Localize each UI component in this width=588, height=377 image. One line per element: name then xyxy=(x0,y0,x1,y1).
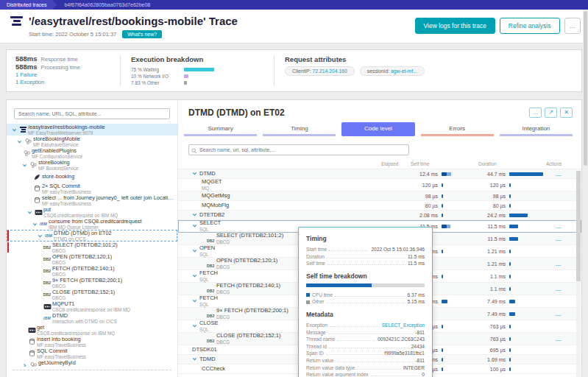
chevron-down-icon[interactable] xyxy=(11,127,18,133)
tree-item--easytravel-rest-bookings-mobi[interactable]: /easytravel/rest/bookings-mobileMF EasyT… xyxy=(7,124,177,135)
tree-item-store-booking[interactable]: store-booking xyxy=(7,171,177,183)
tree-item-dtmd[interactable]: IBMDTMDInteraction with DTMD on CICS xyxy=(7,312,177,324)
tree-item-title: getEnabledPlugins xyxy=(32,148,82,154)
tree-item-storebookingmobile[interactable]: storeBookingMobileMF EasytravelService xyxy=(7,135,177,147)
exception-link[interactable]: SELECT_Exception xyxy=(382,322,425,329)
span-row-mqget[interactable]: MQGETMQ120 µs120 µs xyxy=(178,179,581,191)
db2-icon: DB2 xyxy=(207,332,216,345)
tree-item-fetch-dtetdb2-140-1-[interactable]: DB2FETCH (DTETDB2;140;1)DBCG xyxy=(7,265,177,277)
execution-breakdown-row: 7.83 % Other xyxy=(131,80,263,86)
chevron-down-icon[interactable] xyxy=(32,222,38,227)
tree-item-select-from-journey-journey0-l[interactable]: select ... from Journey journey0_ left o… xyxy=(7,194,177,206)
chevron-down-icon[interactable] xyxy=(192,212,199,218)
self-time-bar xyxy=(442,325,478,328)
span-row-dtmd[interactable]: DTMD12.4 ms44.7 ms… xyxy=(178,169,581,179)
panel-scrollbar[interactable] xyxy=(576,171,581,377)
row-name-text: CCCheck xyxy=(202,366,225,373)
tree-item-getjourneybyid[interactable]: getJourneyByIdMF JourneyService xyxy=(7,359,177,367)
tab-errors[interactable]: Errors xyxy=(421,122,494,136)
popover-row: Return value-811 xyxy=(306,357,425,364)
window-scrollbar[interactable] xyxy=(583,10,588,377)
tree-item-put[interactable]: putCSQ8.creditcardrequest on IBM MQ xyxy=(7,206,177,218)
db-icon xyxy=(26,338,37,345)
tree-search-input[interactable] xyxy=(14,108,170,119)
tree-item-open-dtetdb2-120-1-[interactable]: DB2OPEN (DTETDB2;120;1)DBCG xyxy=(7,253,177,265)
chevron-down-icon[interactable] xyxy=(21,163,28,168)
tab-code-level[interactable]: Code level xyxy=(341,122,414,136)
tree-item-consume-from-csq8-creditcardre[interactable]: IBMconsume from CSQ8.creditcardrequestIB… xyxy=(7,218,177,230)
chevron-right-icon[interactable] xyxy=(21,363,28,367)
bar-dark xyxy=(442,225,447,228)
tree-item-dtmd-dtmd-on-et02[interactable]: IBMDTMD (DTMD) on ET02DTMD on CICS xyxy=(7,230,177,242)
row-name: OPEN (DTETDB2;120;1) xyxy=(216,258,277,264)
popover-label: Return value xyxy=(306,357,333,364)
view-logs-button[interactable]: View logs for this trace xyxy=(415,18,495,34)
bar xyxy=(509,348,511,352)
bar-light xyxy=(447,172,451,176)
chevron-down-icon[interactable] xyxy=(16,139,23,144)
chevron-down-icon[interactable] xyxy=(192,298,199,304)
chevron-down-icon[interactable] xyxy=(26,210,33,215)
whats-new-button[interactable]: What's new? xyxy=(122,30,162,38)
duration-value: 695 µs xyxy=(478,348,509,353)
row-actions-button[interactable]: … xyxy=(546,336,571,342)
chevron-down-icon[interactable] xyxy=(192,323,199,329)
close-icon[interactable]: ✕ xyxy=(560,108,573,118)
mq-icon xyxy=(42,303,52,310)
popover-row: ExceptionSELECT_Exception xyxy=(306,322,425,329)
duration-value: 80 µs xyxy=(478,203,509,208)
row-name-text: SELECT (DTETDB2;101;2)DBCG xyxy=(216,233,283,244)
request-attribute-pill[interactable]: sessionid: agw-et-mf... xyxy=(360,66,425,76)
chevron-down-icon[interactable] xyxy=(37,233,43,239)
header-more-button[interactable]: … xyxy=(564,18,581,34)
chevron-down-icon[interactable] xyxy=(192,223,199,229)
row-actions-button[interactable]: … xyxy=(546,236,571,242)
chevron-down-icon[interactable] xyxy=(192,273,199,279)
popover-value: 0 xyxy=(422,371,425,377)
span-row-mqmobflg[interactable]: MQMobFlg80 µs80 µs xyxy=(178,201,581,211)
row-actions-button[interactable]: … xyxy=(546,171,571,177)
tree-item-title: CLOSE (DTETDB2;152;1) xyxy=(52,289,115,295)
more-icon[interactable]: … xyxy=(529,108,542,118)
db-icon xyxy=(26,350,37,357)
row-actions-button[interactable]: … xyxy=(546,261,571,267)
row-actions-button[interactable]: … xyxy=(546,286,571,292)
tree-item-9-fetch-dtetdb2-200-1-[interactable]: DB29× FETCH (DTETDB2;200;1)DBCG xyxy=(7,277,177,289)
bar xyxy=(509,183,511,187)
tree-item-close-dtetdb2-152-1-[interactable]: DB2CLOSE (DTETDB2;152;1)DBCG xyxy=(7,289,177,300)
breadcrumb-distributed-traces[interactable]: Distributed traces xyxy=(0,0,57,10)
row-actions-button[interactable]: … xyxy=(546,311,571,317)
row-actions-button[interactable]: … xyxy=(546,223,571,230)
span-row-mqgetmsg[interactable]: MQGetMsg98 µs98 µs xyxy=(178,191,581,201)
duration-bar xyxy=(509,300,546,303)
chevron-down-icon[interactable] xyxy=(192,356,199,362)
chevron-down-icon[interactable] xyxy=(192,171,199,177)
tree-item-get[interactable]: getCSQ8.creditcardresponse on IBM MQ xyxy=(7,324,177,336)
table-header: ElapsedSelf timeDurationActions xyxy=(178,159,581,169)
row-name: MQGetMsg xyxy=(202,193,230,200)
failure-link[interactable]: 1 Failure xyxy=(15,71,110,79)
tree-item-insert-into-booking[interactable]: Insert into bookingMF easyTravelBusiness xyxy=(7,336,177,348)
tree-item-getenabledplugins[interactable]: getEnabledPluginsMF ConfigurationService xyxy=(7,147,177,159)
row-name-text: FETCHSQL xyxy=(199,270,218,282)
expand-icon[interactable]: ↗ xyxy=(545,108,557,118)
service-icon xyxy=(21,149,32,157)
tab-timing[interactable]: Timing xyxy=(263,122,336,136)
request-attribute-pill[interactable]: ClientIP: 72.214.204.160 xyxy=(285,66,355,76)
tab-summary[interactable]: Summary xyxy=(184,122,257,136)
refine-analysis-button[interactable]: Refine analysis xyxy=(500,18,560,34)
chevron-down-icon[interactable] xyxy=(192,248,199,254)
duration-value: 100 µs xyxy=(478,367,509,372)
row-subtitle: DBCG xyxy=(216,239,283,244)
tree-item-text: getEnabledPluginsMF ConfigurationService xyxy=(32,148,82,159)
exception-link[interactable]: 1 Exception xyxy=(15,79,110,86)
tree-item-storebooking[interactable]: storeBookingMF BookingService xyxy=(7,159,177,171)
tab-integration[interactable]: Integration xyxy=(500,122,573,136)
code-level-search-input[interactable] xyxy=(188,144,409,155)
tree-item-mqput1[interactable]: MQPUT1CSQ8.creditcardresponse on IBM MQ xyxy=(7,300,177,312)
tree-item-sql-commit[interactable]: SQL CommitMF easyTravelBusiness xyxy=(7,348,177,359)
span-row-dtetdb2[interactable]: DTETDB22.08 ms24.2 ms xyxy=(178,211,581,220)
tree-item-2-sql-commit[interactable]: 2× SQL CommitMF easyTravelBusiness xyxy=(7,183,177,194)
db-icon xyxy=(32,185,42,192)
tree-item-select-dtetdb2-101-2-[interactable]: DB2SELECT (DTETDB2;101;2)DBCG xyxy=(7,242,177,253)
